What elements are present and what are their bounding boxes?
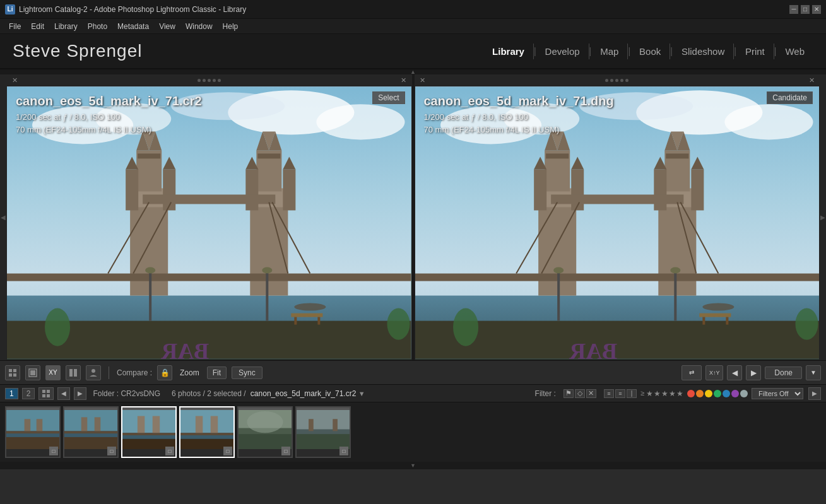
attr-icon-3[interactable]: |	[627, 389, 637, 398]
svg-rect-39	[149, 271, 151, 321]
right-panel-handle[interactable]: ▶	[820, 74, 826, 360]
star-4[interactable]: ★	[669, 389, 676, 398]
svg-rect-85	[726, 317, 728, 325]
flag-pick-icon[interactable]: ⚑	[563, 389, 574, 398]
survey-view-btn[interactable]	[66, 365, 81, 380]
menu-photo[interactable]: Photo	[83, 21, 112, 32]
nav-library[interactable]: Library	[483, 44, 534, 59]
lock-btn[interactable]: 🔒	[157, 365, 172, 380]
menu-metadata[interactable]: Metadata	[112, 21, 154, 32]
make-select-btn[interactable]: X↑Y	[705, 365, 723, 380]
svg-rect-41	[266, 271, 268, 321]
film-next-btn[interactable]: ▶	[74, 387, 86, 400]
attr-icon-1[interactable]: ≡	[604, 389, 614, 398]
maximize-button[interactable]: □	[801, 5, 810, 14]
svg-point-102	[91, 369, 95, 373]
color-red[interactable]	[687, 390, 695, 397]
svg-rect-25	[245, 169, 258, 210]
thumbnail-4[interactable]: □	[179, 406, 235, 458]
menu-window[interactable]: Window	[180, 21, 218, 32]
color-green[interactable]	[714, 390, 721, 397]
svg-rect-65	[658, 201, 696, 295]
panel-menu-btn[interactable]: ▼	[806, 365, 821, 380]
left-exif2: 70 mm (EF24-105mm f/4L IS II USM)	[16, 124, 202, 136]
minimize-button[interactable]: ─	[789, 5, 798, 14]
thumb-bg-4	[180, 407, 233, 452]
candidate-badge[interactable]: Candidate	[767, 91, 813, 104]
menu-edit[interactable]: Edit	[26, 21, 49, 32]
app-icon: Li	[5, 4, 15, 15]
star-5[interactable]: ★	[676, 389, 683, 398]
grid-view-btn[interactable]	[5, 365, 20, 380]
nav-web[interactable]: Web	[776, 44, 813, 59]
right-compare-col: ✕ ✕ Candidate canon_eos_5d_mark_iv_71.dn…	[415, 74, 820, 360]
right-close-btn[interactable]: ✕	[807, 76, 816, 85]
svg-rect-117	[64, 431, 117, 433]
attr-icon-2[interactable]: ≡	[615, 389, 625, 398]
flag-neutral-icon[interactable]: ◇	[575, 389, 585, 398]
svg-rect-127	[196, 416, 203, 435]
svg-rect-36	[291, 314, 322, 317]
left-panel-handle[interactable]: ◀	[0, 74, 6, 360]
menu-file[interactable]: File	[4, 21, 26, 32]
star-2[interactable]: ★	[654, 389, 661, 398]
filmstrip-bar: 1 2 ◀ ▶ Folder : CR2vsDNG 6 photos / 2 s…	[0, 385, 826, 402]
color-blue[interactable]	[723, 390, 730, 397]
star-1[interactable]: ★	[646, 389, 653, 398]
svg-point-93	[702, 303, 734, 311]
bottom-arrow[interactable]: ▼	[0, 462, 826, 469]
color-yellow[interactable]	[705, 390, 712, 397]
left-pin-btn[interactable]: ✕	[10, 76, 19, 85]
nav-print[interactable]: Print	[736, 44, 774, 59]
color-gray[interactable]	[740, 390, 748, 397]
compare-view-btn[interactable]: XY	[45, 365, 61, 380]
thumb-badge-4: □	[223, 447, 232, 455]
color-orange[interactable]	[696, 390, 704, 397]
done-button[interactable]: Done	[765, 366, 802, 379]
nav-map[interactable]: Map	[591, 44, 628, 59]
sync-button[interactable]: Sync	[232, 366, 263, 379]
thumb-bg-5	[239, 407, 292, 452]
left-compare-panel[interactable]: Select canon_eos_5d_mark_iv_71.cr2 1/200…	[6, 86, 412, 360]
thumbnail-6[interactable]: □	[295, 406, 351, 458]
svg-rect-83	[699, 314, 731, 317]
rating-operator[interactable]: ≥	[640, 389, 644, 398]
nav-slideshow[interactable]: Slideshow	[673, 44, 734, 59]
right-compare-panel[interactable]: Candidate canon_eos_5d_mark_iv_71.dng 1/…	[415, 86, 820, 360]
right-panel-dots	[431, 79, 804, 82]
star-3[interactable]: ★	[661, 389, 668, 398]
nav-develop[interactable]: Develop	[536, 44, 589, 59]
flag-reject-icon[interactable]: ✕	[586, 389, 596, 398]
thumbnail-5[interactable]: □	[237, 406, 293, 458]
left-panel-dots	[23, 79, 396, 82]
menu-view[interactable]: View	[154, 21, 180, 32]
film-num-1[interactable]: 1	[5, 388, 18, 399]
menu-library[interactable]: Library	[49, 21, 83, 32]
film-grid-btn[interactable]	[38, 387, 54, 400]
loupe-view-btn[interactable]	[25, 365, 40, 380]
thumbnail-2[interactable]: □	[63, 406, 119, 458]
menu-help[interactable]: Help	[218, 21, 244, 32]
expand-filter-btn[interactable]: ▶	[808, 387, 821, 400]
svg-rect-63	[571, 169, 584, 210]
thumbnail-1[interactable]: □	[5, 406, 61, 458]
select-badge[interactable]: Select	[372, 91, 404, 104]
top-arrow[interactable]: ▲	[0, 69, 826, 74]
svg-rect-100	[69, 369, 73, 377]
svg-rect-128	[211, 416, 218, 435]
film-num-2[interactable]: 2	[22, 388, 35, 399]
filters-off-select[interactable]: Filters Off	[752, 388, 803, 399]
fit-button[interactable]: Fit	[207, 366, 227, 379]
close-button[interactable]: ✕	[812, 5, 821, 14]
people-view-btn[interactable]	[86, 365, 101, 380]
prev-btn[interactable]: ◀	[727, 365, 742, 380]
film-prev-btn[interactable]: ◀	[57, 387, 70, 400]
photo-dropdown-icon[interactable]: ▼	[358, 390, 365, 397]
nav-book[interactable]: Book	[630, 44, 670, 59]
next-btn[interactable]: ▶	[746, 365, 761, 380]
thumbnail-3[interactable]: □	[121, 406, 177, 458]
color-purple[interactable]	[731, 390, 739, 397]
right-pin-btn[interactable]: ✕	[418, 76, 427, 85]
swap-select-btn[interactable]: ⇄	[681, 365, 702, 380]
left-close-btn[interactable]: ✕	[399, 76, 408, 85]
